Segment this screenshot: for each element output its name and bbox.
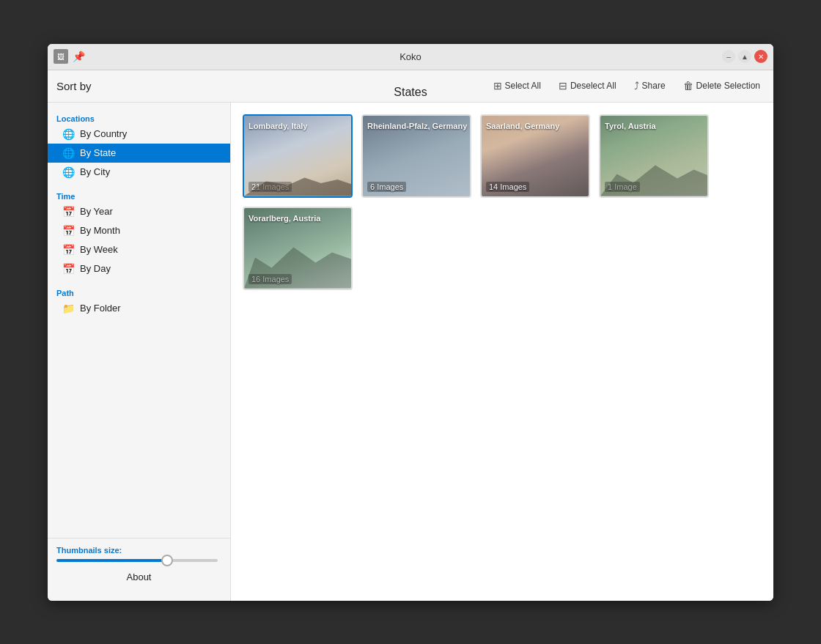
globe-icon: 🌐 xyxy=(62,128,74,140)
close-button[interactable]: ✕ xyxy=(754,50,767,63)
sidebar-item-by-year[interactable]: 📅 By Year xyxy=(48,202,230,221)
photo-thumb-lombardy: Lombardy, Italy 21 Images xyxy=(244,116,353,196)
app-icon: 🖼 xyxy=(54,49,68,64)
calendar-week-icon: 📅 xyxy=(62,244,74,256)
calendar-year-icon: 📅 xyxy=(62,206,74,218)
thumbnails-size-label: Thumbnails size: xyxy=(56,546,221,555)
sidebar-item-by-country[interactable]: 🌐 By Country xyxy=(48,125,230,144)
sidebar-item-by-month[interactable]: 📅 By Month xyxy=(48,221,230,240)
sidebar-bottom: Thumbnails size: About xyxy=(48,538,230,593)
select-all-icon: ⊞ xyxy=(493,80,502,92)
sidebar-item-by-state[interactable]: 🌐 By State xyxy=(48,144,230,163)
globe-state-icon: 🌐 xyxy=(62,147,74,159)
by-folder-label: By Folder xyxy=(80,303,121,314)
sidebar-item-by-city[interactable]: 🌐 By City xyxy=(48,163,230,182)
minimize-button[interactable]: – xyxy=(722,50,735,63)
photo-content: Lombardy, Italy 21 Images Rheinland-Pfal… xyxy=(231,103,773,601)
app-icon-symbol: 🖼 xyxy=(57,53,65,61)
sidebar: Locations 🌐 By Country 🌐 By State 🌐 By C… xyxy=(48,103,231,601)
deselect-all-button[interactable]: ⊟ Deselect All xyxy=(554,77,621,95)
photo-label-vorarlberg: Vorarlberg, Austria xyxy=(244,212,353,224)
sidebar-item-by-folder[interactable]: 📁 By Folder xyxy=(48,299,230,318)
select-all-button[interactable]: ⊞ Select All xyxy=(489,77,545,95)
delete-icon: 🗑 xyxy=(683,80,693,92)
photo-label-lombardy: Lombardy, Italy xyxy=(244,120,353,132)
page-title: States xyxy=(394,86,427,99)
path-section-label: Path xyxy=(48,284,230,299)
photo-count-vorarlberg: 16 Images xyxy=(248,274,292,284)
delete-selection-button[interactable]: 🗑 Delete Selection xyxy=(679,77,765,95)
photo-count-tyrol: 1 Image xyxy=(605,182,640,192)
title-bar: 🖼 📌 Koko – ▲ ✕ xyxy=(48,44,773,70)
by-city-label: By City xyxy=(80,166,110,177)
photo-thumb-saarland: Saarland, Germany 14 Images xyxy=(482,116,590,196)
by-day-label: By Day xyxy=(80,263,111,274)
toolbar-actions: ⊞ Select All ⊟ Deselect All ⤴ Share 🗑 De… xyxy=(489,77,765,95)
photo-count-rheinland: 6 Images xyxy=(367,182,406,192)
maximize-button[interactable]: ▲ xyxy=(738,50,751,63)
window-title: Koko xyxy=(400,51,421,62)
toolbar: Sort by States ⊞ Select All ⊟ Deselect A… xyxy=(48,70,773,103)
time-section-label: Time xyxy=(48,188,230,202)
share-label: Share xyxy=(642,81,666,91)
photo-count-saarland: 14 Images xyxy=(486,182,529,192)
title-bar-controls: – ▲ ✕ xyxy=(722,50,767,63)
calendar-day-icon: 📅 xyxy=(62,263,74,275)
delete-selection-label: Delete Selection xyxy=(696,81,760,91)
photo-thumb-vorarlberg: Vorarlberg, Austria 16 Images xyxy=(244,208,353,289)
photo-card-rheinland[interactable]: Rheinland-Pfalz, Germany 6 Images xyxy=(361,114,471,198)
photo-label-saarland: Saarland, Germany xyxy=(482,120,590,132)
photo-label-rheinland: Rheinland-Pfalz, Germany xyxy=(363,120,471,132)
folder-icon: 📁 xyxy=(62,303,74,314)
photo-thumb-tyrol: Tyrol, Austria 1 Image xyxy=(600,116,709,196)
about-button[interactable]: About xyxy=(56,568,221,586)
calendar-month-icon: 📅 xyxy=(62,225,74,237)
photo-card-lombardy[interactable]: Lombardy, Italy 21 Images xyxy=(243,114,353,198)
slider-container xyxy=(56,559,221,562)
by-state-label: By State xyxy=(80,147,116,158)
main-window: 🖼 📌 Koko – ▲ ✕ Sort by States ⊞ Select A… xyxy=(48,44,773,601)
by-year-label: By Year xyxy=(80,206,113,217)
deselect-all-icon: ⊟ xyxy=(559,80,567,92)
sort-by-label: Sort by xyxy=(56,80,92,92)
thumbnails-size-slider[interactable] xyxy=(56,559,218,562)
sidebar-item-by-day[interactable]: 📅 By Day xyxy=(48,259,230,278)
main-content: Locations 🌐 By Country 🌐 By State 🌐 By C… xyxy=(48,103,773,601)
photo-card-saarland[interactable]: Saarland, Germany 14 Images xyxy=(480,114,590,198)
select-all-label: Select All xyxy=(505,81,541,91)
title-bar-left: 🖼 📌 xyxy=(54,49,85,64)
deselect-all-label: Deselect All xyxy=(570,81,616,91)
photo-card-vorarlberg[interactable]: Vorarlberg, Austria 16 Images xyxy=(243,207,353,290)
photo-count-lombardy: 21 Images xyxy=(248,182,292,192)
by-country-label: By Country xyxy=(80,128,127,139)
share-button[interactable]: ⤴ Share xyxy=(630,77,670,95)
sidebar-item-by-week[interactable]: 📅 By Week xyxy=(48,240,230,259)
photo-thumb-rheinland: Rheinland-Pfalz, Germany 6 Images xyxy=(363,116,471,196)
pin-icon[interactable]: 📌 xyxy=(73,51,85,62)
photo-card-tyrol[interactable]: Tyrol, Austria 1 Image xyxy=(599,114,709,198)
photo-label-tyrol: Tyrol, Austria xyxy=(600,120,709,132)
photo-grid: Lombardy, Italy 21 Images Rheinland-Pfal… xyxy=(243,114,762,290)
by-month-label: By Month xyxy=(80,225,120,236)
by-week-label: By Week xyxy=(80,244,118,255)
globe-city-icon: 🌐 xyxy=(62,166,74,178)
share-icon: ⤴ xyxy=(634,80,639,92)
locations-section-label: Locations xyxy=(48,110,230,125)
